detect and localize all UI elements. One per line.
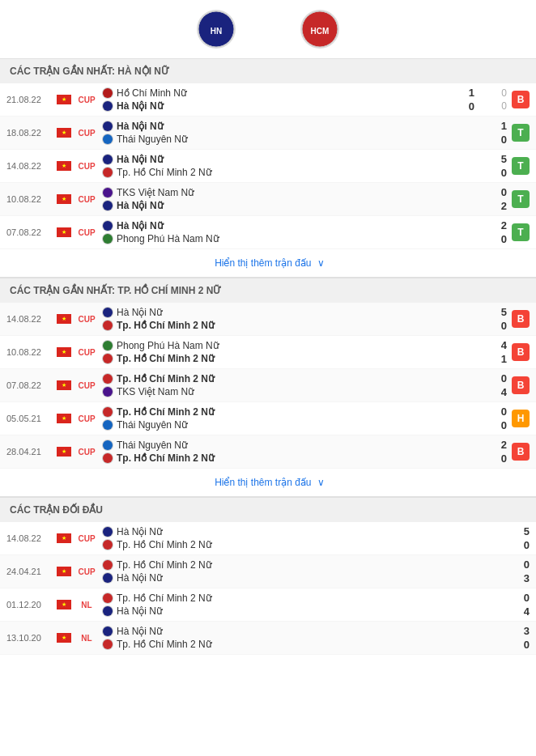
svg-point-18 <box>103 374 113 384</box>
teams-col: TKS Việt Nam NữHà Nội Nữ <box>99 187 474 211</box>
team-name: Hà Nội Nữ <box>117 100 164 112</box>
team-row: Hà Nội Nữ <box>102 220 471 231</box>
score-value: 0 <box>497 592 530 604</box>
team-name: Tp. Hồ Chí Minh 2 Nữ <box>117 406 215 418</box>
match-row: 14.08.22CUPHà Nội NữTp. Hồ Chí Minh 2 Nữ… <box>0 303 536 336</box>
match-row: 01.12.20NLTp. Hồ Chí Minh 2 NữHà Nội Nữ0… <box>0 588 536 622</box>
team-row: Tp. Hồ Chí Minh 2 Nữ <box>102 639 494 650</box>
score-value: 3 <box>497 572 530 584</box>
team-icon <box>102 572 113 584</box>
teams-col: Tp. Hồ Chí Minh 2 NữHà Nội Nữ <box>99 559 497 584</box>
score-value: 2 <box>474 200 507 212</box>
score-value: 1 <box>474 120 507 132</box>
team-row: Hồ Chí Minh Nữ <box>102 87 439 99</box>
vietnam-flag <box>57 314 71 324</box>
team-icon <box>102 100 113 112</box>
scores-col: 20 <box>474 219 507 245</box>
team-name: Tp. Hồ Chí Minh 2 Nữ <box>117 353 215 364</box>
flag-col <box>57 128 74 138</box>
team-name: Thái Nguyên Nữ <box>117 134 188 145</box>
svg-point-27 <box>103 573 113 583</box>
teams-col: Hồ Chí Minh NữHà Nội Nữ <box>99 87 442 112</box>
team-row: Phong Phú Hà Nam Nữ <box>102 340 471 351</box>
flag-col <box>57 633 74 643</box>
flag-col <box>57 227 74 237</box>
team-icon <box>102 353 113 364</box>
score-value: 4 <box>497 605 530 618</box>
team-icon <box>102 87 113 99</box>
team-name: Hồ Chí Minh Nữ <box>117 87 187 99</box>
match-row: 07.08.22CUPTp. Hồ Chí Minh 2 NữTKS Việt … <box>0 369 536 402</box>
team-icon <box>102 419 113 431</box>
competition-badge: CUP <box>74 414 99 423</box>
match-date-col: 14.08.22 <box>6 161 57 171</box>
team-icon <box>102 639 113 650</box>
team-name: Thái Nguyên Nữ <box>117 440 188 451</box>
scores-col: 41 <box>474 339 507 365</box>
match-date-col: 14.08.22 <box>6 314 57 324</box>
result-badge: B <box>512 376 530 394</box>
match-row: 21.08.22CUPHồ Chí Minh NữHà Nội Nữ1000B <box>0 83 536 117</box>
chevron-down-icon: ∨ <box>315 257 325 269</box>
team-row: Tp. Hồ Chí Minh 2 Nữ <box>102 406 471 418</box>
match-date-col: 07.08.22 <box>6 380 57 390</box>
team-name: Tp. Hồ Chí Minh 2 Nữ <box>117 559 212 571</box>
match-date-col: 18.08.22 <box>6 128 57 138</box>
score-value: 5 <box>474 153 507 165</box>
result-badge: B <box>512 343 530 361</box>
team-row: Tp. Hồ Chí Minh 2 Nữ <box>102 353 471 364</box>
team-row: Hà Nội Nữ <box>102 100 439 112</box>
svg-point-14 <box>103 308 113 317</box>
section-header-2: CÁC TRẬN ĐỐI ĐẦU <box>0 497 536 522</box>
svg-point-5 <box>103 101 113 111</box>
teams-col: Hà Nội NữTp. Hồ Chí Minh 2 Nữ <box>99 307 474 331</box>
vietnam-flag <box>57 347 71 357</box>
team-row: Thái Nguyên Nữ <box>102 419 471 431</box>
team-icon <box>102 187 113 198</box>
team-row: Hà Nội Nữ <box>102 154 471 165</box>
team-name: Thái Nguyên Nữ <box>117 419 188 431</box>
vietnam-flag <box>57 414 71 423</box>
scores-col: 50 <box>474 153 507 179</box>
secondary-score: 0 <box>474 87 507 99</box>
match-date-col: 14.08.22 <box>6 533 57 543</box>
team-icon <box>102 154 113 165</box>
team-icon <box>102 373 113 384</box>
team-name: Hà Nội Nữ <box>117 121 164 132</box>
show-more-button[interactable]: Hiển thị thêm trận đấu ∨ <box>0 249 536 278</box>
result-badge: B <box>512 310 530 328</box>
show-more-button[interactable]: Hiển thị thêm trận đấu ∨ <box>0 469 536 497</box>
svg-point-8 <box>103 155 113 164</box>
match-row: 18.08.22CUPHà Nội NữThái Nguyên Nữ10T <box>0 117 536 150</box>
teams-col: Tp. Hồ Chí Minh 2 NữTKS Việt Nam Nữ <box>99 373 474 397</box>
team-icon <box>102 406 113 418</box>
team-row: TKS Việt Nam Nữ <box>102 386 471 397</box>
team-icon <box>102 592 113 604</box>
flag-col <box>57 95 74 104</box>
team-name: TKS Việt Nam Nữ <box>117 187 194 198</box>
team-icon <box>102 340 113 351</box>
vietnam-flag <box>57 633 71 643</box>
svg-point-28 <box>103 593 113 603</box>
score-value: 1 <box>474 353 507 365</box>
team-icon <box>102 386 113 397</box>
team-row: Tp. Hồ Chí Minh 2 Nữ <box>102 539 494 550</box>
competition-badge: CUP <box>74 129 99 138</box>
team-row: Tp. Hồ Chí Minh 2 Nữ <box>102 452 471 464</box>
team-name: Tp. Hồ Chí Minh 2 Nữ <box>117 639 212 650</box>
team-name: Tp. Hồ Chí Minh 2 Nữ <box>117 167 212 178</box>
team-name: Tp. Hồ Chí Minh 2 Nữ <box>117 320 215 331</box>
vietnam-flag <box>57 447 71 457</box>
flag-col <box>57 447 74 457</box>
show-more-label: Hiển thị thêm trận đấu <box>215 257 311 269</box>
svg-point-17 <box>103 354 113 363</box>
home-team-logo: HN <box>197 10 236 49</box>
score-value: 0 <box>497 539 530 551</box>
score-value: 3 <box>497 625 530 637</box>
scores-col: 02 <box>474 186 507 212</box>
svg-point-23 <box>103 453 113 463</box>
team-name: Hà Nội Nữ <box>117 526 163 537</box>
vietnam-flag <box>57 194 71 204</box>
score-value: 0 <box>474 406 507 418</box>
scores-col: 30 <box>497 625 530 651</box>
